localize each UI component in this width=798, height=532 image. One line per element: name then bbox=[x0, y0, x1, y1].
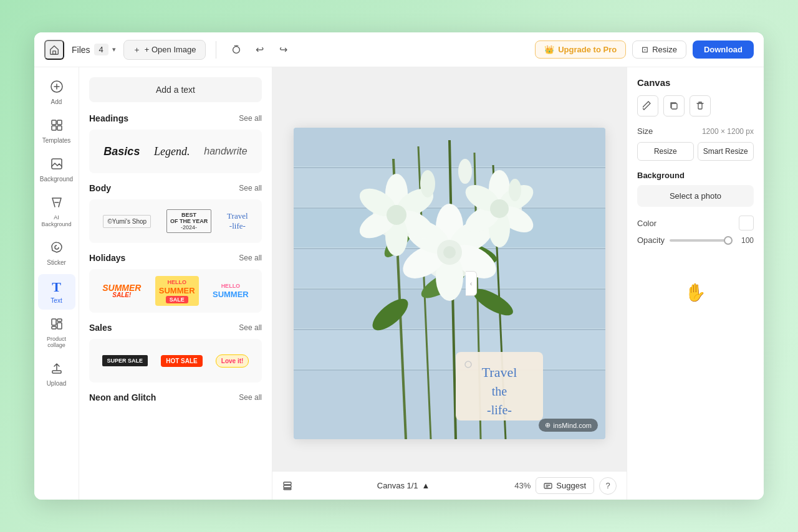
delete-button[interactable] bbox=[690, 95, 711, 116]
select-photo-button[interactable]: Select a photo bbox=[637, 185, 754, 207]
sales-section-header: Sales See all bbox=[89, 323, 262, 333]
body-section-header: Body See all bbox=[89, 183, 262, 193]
upload-icon bbox=[50, 361, 64, 378]
canvas-container[interactable]: Travel the -life- ⊕ insMind.com bbox=[294, 128, 605, 439]
suggest-icon bbox=[544, 482, 552, 490]
sample-summer-sale: SUMMER SALE! bbox=[102, 283, 141, 298]
svg-text:-life-: -life- bbox=[487, 403, 512, 417]
resize-top-button[interactable]: ⊡ Resize bbox=[632, 40, 686, 59]
background-section-title: Background bbox=[637, 171, 754, 180]
sidebar-item-background[interactable]: Background bbox=[38, 152, 75, 188]
headings-title: Headings bbox=[89, 113, 128, 123]
help-button[interactable]: ? bbox=[599, 477, 617, 495]
style-icon bbox=[643, 101, 653, 111]
canvas-area: ‹ bbox=[272, 67, 627, 500]
watermark-text: insMind.com bbox=[553, 422, 592, 429]
duplicate-button[interactable] bbox=[663, 95, 685, 116]
svg-rect-7 bbox=[52, 319, 56, 325]
holidays-samples[interactable]: SUMMER SALE! HELLO SUMMER SALE HELLO SUM… bbox=[89, 269, 262, 313]
svg-rect-5 bbox=[57, 126, 62, 130]
history-button[interactable] bbox=[226, 40, 246, 60]
sample-legend: Legend. bbox=[154, 145, 190, 158]
layers-button[interactable] bbox=[282, 481, 292, 491]
files-section: Files 4 ▾ bbox=[72, 44, 116, 55]
svg-rect-6 bbox=[52, 159, 62, 169]
opacity-row: Opacity 100 bbox=[637, 235, 754, 245]
top-bar: Files 4 ▾ ＋ + Open Image ↩ ↪ 👑 Upgrade t… bbox=[34, 32, 764, 67]
watermark: ⊕ insMind.com bbox=[539, 419, 598, 432]
svg-rect-24 bbox=[294, 369, 605, 371]
home-icon bbox=[49, 44, 60, 55]
svg-rect-10 bbox=[52, 326, 56, 329]
sidebar-item-sticker[interactable]: Sticker bbox=[38, 235, 75, 272]
body-see-all[interactable]: See all bbox=[239, 184, 262, 192]
sidebar-item-product-collage[interactable]: Product collage bbox=[38, 312, 75, 354]
svg-rect-2 bbox=[52, 120, 56, 125]
undo-button[interactable]: ↩ bbox=[250, 40, 270, 60]
sidebar-item-templates[interactable]: Templates bbox=[38, 113, 75, 150]
open-image-button[interactable]: ＋ + Open Image bbox=[123, 40, 206, 60]
sidebar-add-label: Add bbox=[51, 98, 62, 106]
canvas-right-controls: 43% Suggest ? bbox=[514, 477, 617, 495]
sidebar-item-text[interactable]: T Text bbox=[38, 274, 75, 310]
download-button[interactable]: Download bbox=[693, 40, 754, 59]
svg-rect-73 bbox=[671, 103, 677, 109]
headings-see-all[interactable]: See all bbox=[239, 114, 262, 123]
size-value: 1200 × 1200 px bbox=[702, 127, 754, 136]
files-label: Files bbox=[72, 45, 90, 55]
headings-samples[interactable]: Basics Legend. handwrite bbox=[89, 130, 262, 173]
color-row: Color bbox=[637, 216, 754, 230]
files-dropdown-chevron[interactable]: ▾ bbox=[112, 45, 116, 54]
resize-panel-button[interactable]: Resize bbox=[637, 142, 694, 161]
sample-travel: Travel-life- bbox=[227, 211, 248, 230]
svg-text:Travel: Travel bbox=[482, 364, 517, 380]
sidebar-item-upload[interactable]: Upload bbox=[38, 356, 75, 392]
svg-rect-22 bbox=[294, 329, 605, 330]
color-swatch[interactable] bbox=[739, 216, 754, 230]
sidebar-item-ai-background[interactable]: AI Background bbox=[38, 191, 75, 233]
sample-award: BESTOF THE YEAR-2024- bbox=[166, 209, 211, 233]
sample-hello-summer1: HELLO SUMMER SALE bbox=[155, 276, 199, 306]
opacity-slider[interactable] bbox=[670, 239, 733, 242]
holidays-see-all[interactable]: See all bbox=[239, 254, 262, 262]
resize-icon: ⊡ bbox=[642, 45, 648, 54]
smart-resize-button[interactable]: Smart Resize bbox=[698, 142, 754, 161]
headings-section-header: Headings See all bbox=[89, 113, 262, 123]
product-collage-icon bbox=[50, 317, 64, 334]
svg-rect-70 bbox=[284, 485, 291, 488]
text-icon: T bbox=[52, 279, 61, 295]
svg-point-63 bbox=[509, 179, 521, 201]
sidebar-upload-label: Upload bbox=[47, 380, 67, 387]
opacity-thumb[interactable] bbox=[724, 236, 733, 245]
sales-see-all[interactable]: See all bbox=[239, 323, 262, 332]
svg-rect-0 bbox=[53, 50, 56, 54]
svg-rect-4 bbox=[52, 126, 56, 130]
plus-icon: ＋ bbox=[133, 44, 141, 55]
panel-collapse-button[interactable]: ‹ bbox=[466, 271, 477, 296]
svg-rect-9 bbox=[57, 323, 62, 329]
upgrade-button[interactable]: 👑 Upgrade to Pro bbox=[535, 40, 626, 59]
files-count: 4 bbox=[94, 44, 108, 55]
sidebar-item-add[interactable]: Add bbox=[38, 75, 75, 111]
icon-sidebar: Add Templates Background AI Background bbox=[34, 67, 79, 500]
add-text-button[interactable]: Add a text bbox=[89, 77, 262, 102]
sample-super-sale: SUPER SALE bbox=[102, 355, 148, 366]
add-icon bbox=[50, 80, 64, 97]
svg-point-61 bbox=[420, 170, 435, 197]
home-button[interactable] bbox=[44, 40, 64, 60]
canvas-image: Travel the -life- bbox=[294, 128, 605, 439]
body-samples[interactable]: ©Yumi's Shop BESTOF THE YEAR-2024- Trave… bbox=[89, 199, 262, 243]
size-label: Size bbox=[637, 126, 653, 136]
size-buttons: Resize Smart Resize bbox=[637, 142, 754, 161]
suggest-label: Suggest bbox=[556, 481, 586, 490]
sample-handwrite: handwrite bbox=[204, 146, 247, 157]
svg-rect-8 bbox=[57, 319, 62, 321]
svg-point-62 bbox=[458, 159, 472, 184]
sales-samples[interactable]: SUPER SALE HOT SALE Love it! bbox=[89, 339, 262, 382]
style-button[interactable] bbox=[637, 95, 658, 116]
ai-background-icon bbox=[50, 196, 64, 212]
redo-button[interactable]: ↪ bbox=[274, 40, 294, 60]
neon-see-all[interactable]: See all bbox=[239, 393, 262, 402]
suggest-button[interactable]: Suggest bbox=[536, 477, 594, 494]
sidebar-ai-background-label: AI Background bbox=[41, 214, 71, 228]
